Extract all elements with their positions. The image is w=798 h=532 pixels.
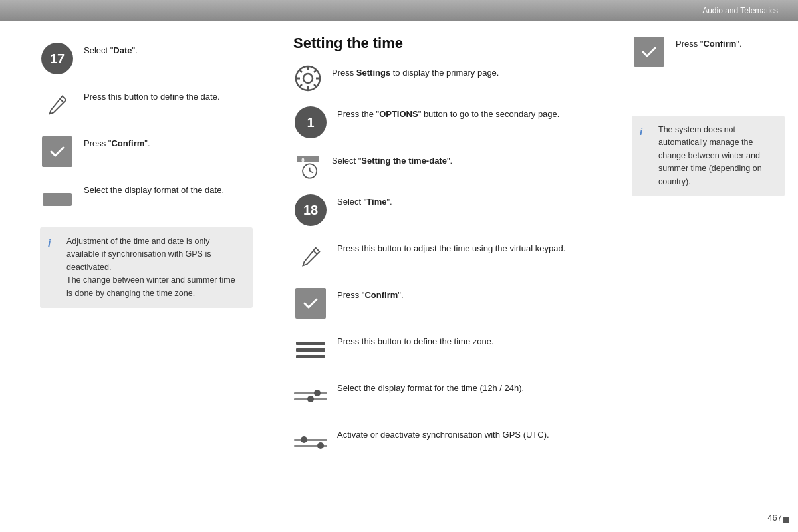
clock-icon: 8 (293, 152, 323, 181)
step-timedate-text: Select "Setting the time-date". (332, 152, 605, 168)
step-18-text: Select "Time". (337, 193, 605, 209)
badge-1-icon: 1 (293, 105, 328, 140)
badge-18-icon: 18 (293, 193, 328, 227)
svg-line-9 (314, 70, 317, 72)
top-bar: Audio and Telematics (0, 0, 798, 21)
step-confirm1-row: Press "Confirm". (40, 134, 253, 169)
display-format-icon (40, 181, 74, 215)
svg-line-16 (313, 251, 317, 255)
step-17-icon: 17 (40, 41, 74, 76)
info-icon-right: i (640, 124, 642, 139)
svg-text:8: 8 (301, 157, 305, 163)
step-pencil1-text: Press this button to define the date. (84, 88, 253, 104)
step-timedate-row: 8 Select "Setting the time-date". (293, 152, 605, 181)
top-bar-title: Audio and Telematics (702, 6, 778, 15)
step-options-text: Press the "OPTIONS" button to go to the … (337, 105, 605, 121)
step-confirm2-text: Press "Confirm". (337, 286, 605, 302)
svg-line-8 (314, 84, 317, 87)
right-column: Press "Confirm". i The system does not a… (618, 21, 798, 532)
pencil-icon-2 (293, 239, 328, 274)
badge-17: 17 (41, 43, 73, 74)
step-options-row: 1 Press the "OPTIONS" button to go to th… (293, 105, 605, 140)
check-icon-1 (40, 134, 74, 169)
step-confirm-right-text: Press "Confirm". (676, 35, 785, 51)
info-box-right-text: The system does not automatically manage… (658, 125, 762, 186)
step-timezone-text: Press this button to define the time zon… (337, 332, 605, 348)
lines-icon (293, 332, 328, 367)
step-settings-row: Press Settings to display the primary pa… (293, 64, 605, 93)
info-box-right: i The system does not automatically mana… (632, 116, 785, 196)
svg-rect-11 (297, 156, 319, 162)
middle-column: Setting the time Pres (273, 21, 618, 532)
svg-line-7 (299, 70, 302, 72)
page-square (783, 517, 789, 523)
step-confirm-right-row: Press "Confirm". (632, 35, 785, 69)
step-display-row: Select the display format of the date. (40, 181, 253, 215)
svg-line-0 (60, 99, 64, 103)
svg-line-10 (299, 84, 302, 87)
settings-icon (293, 64, 323, 93)
svg-line-15 (310, 171, 313, 173)
check-icon-right (632, 35, 666, 69)
pencil-icon-1 (40, 88, 74, 122)
check-icon-2 (293, 286, 328, 321)
badge-1: 1 (295, 106, 327, 138)
step-confirm1-text: Press "Confirm". (84, 134, 253, 150)
badge-18: 18 (295, 194, 327, 226)
info-box-left: i Adjustment of the time and date is onl… (40, 227, 253, 308)
main-content: 17 Select "Date". Press this button to d… (0, 21, 798, 532)
step-gps-row: Activate or deactivate synchronisation w… (293, 426, 605, 460)
info-box-left-text: Adjustment of the time and date is only … (66, 237, 235, 298)
section-heading: Setting the time (293, 35, 605, 52)
step-timezone-row: Press this button to define the time zon… (293, 332, 605, 367)
slider-icon-2 (293, 426, 328, 460)
step-17-text: Select "Date". (84, 41, 253, 57)
step-gps-text: Activate or deactivate synchronisation w… (337, 426, 605, 442)
step-18-row: 18 Select "Time". (293, 193, 605, 227)
step-confirm2-row: Press "Confirm". (293, 286, 605, 321)
svg-point-2 (303, 74, 313, 83)
step-format-text: Select the display format for the time (… (337, 379, 605, 395)
step-display-text: Select the display format of the date. (84, 181, 253, 197)
left-column: 17 Select "Date". Press this button to d… (0, 21, 273, 532)
step-pencil1-row: Press this button to define the date. (40, 88, 253, 122)
step-pencil2-row: Press this button to adjust the time usi… (293, 239, 605, 274)
step-settings-text: Press Settings to display the primary pa… (332, 64, 605, 80)
page-number: 467 (767, 513, 782, 523)
step-17-row: 17 Select "Date". (40, 41, 253, 76)
slider-icon-1 (293, 379, 328, 414)
info-icon-left: i (48, 235, 51, 251)
step-format-row: Select the display format for the time (… (293, 379, 605, 414)
step-pencil2-text: Press this button to adjust the time usi… (337, 239, 605, 255)
